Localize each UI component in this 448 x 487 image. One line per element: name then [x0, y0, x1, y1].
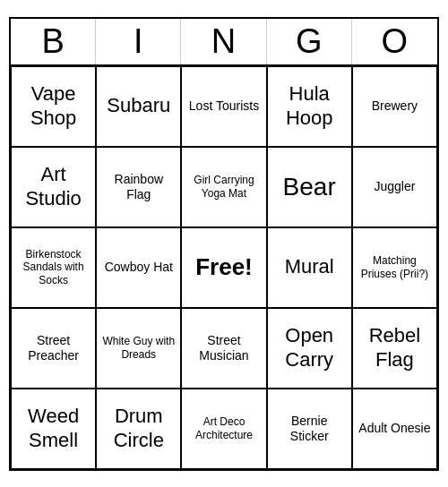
- bingo-cell-24: Adult Onesie: [352, 389, 437, 469]
- bingo-cell-13: Mural: [267, 227, 352, 308]
- bingo-cell-1: Subaru: [96, 66, 181, 147]
- header-letter-b: B: [11, 19, 96, 64]
- bingo-cell-20: Weed Smell: [11, 389, 96, 469]
- bingo-cell-6: Rainbow Flag: [96, 147, 181, 227]
- header-letter-o: O: [352, 19, 437, 64]
- bingo-cell-17: Street Musician: [181, 308, 266, 389]
- bingo-cell-10: Birkenstock Sandals with Socks: [11, 227, 96, 308]
- bingo-cell-0: Vape Shop: [11, 66, 96, 147]
- header-letter-i: I: [96, 19, 181, 64]
- bingo-cell-5: Art Studio: [11, 147, 96, 227]
- bingo-cell-22: Art Deco Architecture: [181, 389, 266, 469]
- bingo-cell-2: Lost Tourists: [181, 66, 266, 147]
- bingo-cell-7: Girl Carrying Yoga Mat: [181, 147, 266, 227]
- bingo-header: BINGO: [11, 19, 437, 66]
- bingo-grid: Vape ShopSubaruLost TouristsHula HoopBre…: [11, 66, 437, 469]
- bingo-cell-12: Free!: [181, 227, 266, 308]
- bingo-cell-4: Brewery: [352, 66, 437, 147]
- bingo-cell-16: White Guy with Dreads: [96, 308, 181, 389]
- bingo-cell-18: Open Carry: [267, 308, 352, 389]
- bingo-cell-23: Bernie Sticker: [267, 389, 352, 469]
- bingo-card: BINGO Vape ShopSubaruLost TouristsHula H…: [9, 17, 439, 471]
- bingo-cell-3: Hula Hoop: [267, 66, 352, 147]
- bingo-cell-19: Rebel Flag: [352, 308, 437, 389]
- bingo-cell-14: Matching Priuses (Prii?): [352, 227, 437, 308]
- bingo-cell-11: Cowboy Hat: [96, 227, 181, 308]
- bingo-cell-21: Drum Circle: [96, 389, 181, 469]
- bingo-cell-15: Street Preacher: [11, 308, 96, 389]
- header-letter-g: G: [267, 19, 352, 64]
- header-letter-n: N: [181, 19, 266, 64]
- bingo-cell-8: Bear: [267, 147, 352, 227]
- bingo-cell-9: Juggler: [352, 147, 437, 227]
